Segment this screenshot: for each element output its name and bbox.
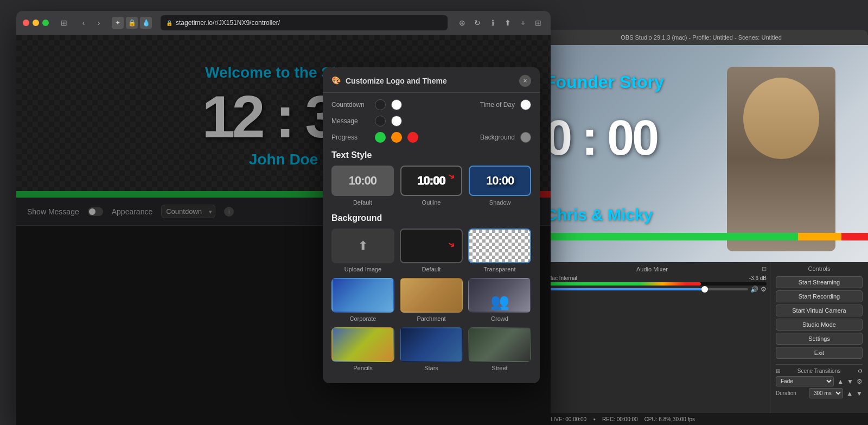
browser-ext-icon-3[interactable]: 💧 (140, 17, 152, 29)
color-dot-progress-orange[interactable] (391, 132, 402, 143)
color-dot-background[interactable] (520, 132, 531, 143)
obs-mixer-gear-icon[interactable]: ⚙ (761, 286, 767, 293)
browser-translate-icon[interactable]: ⊕ (456, 17, 468, 29)
obs-mixer-collapse-icon[interactable]: ⊟ (762, 265, 767, 272)
obs-duration-label: Duration (776, 390, 806, 396)
browser-ext-icon-2[interactable]: 🔒 (126, 17, 138, 29)
bg-label-crowd: Crowd (491, 315, 508, 322)
browser-content: Welcome to the Show 12 : 30 John Doe ▼ S… (16, 35, 551, 425)
obs-duration-up-icon[interactable]: ▲ (846, 390, 853, 397)
color-label-background: Background (477, 134, 515, 141)
bg-option-parchment[interactable]: Parchment (400, 278, 463, 322)
obs-duration-select[interactable]: 300 ms (809, 388, 843, 398)
obs-scene-type-select[interactable]: Fade (776, 376, 834, 386)
obs-mixer-slider-thumb[interactable] (701, 286, 708, 293)
bg-option-upload[interactable]: ⬆ Upload Image (331, 229, 394, 272)
bg-box-upload: ⬆ (331, 229, 394, 263)
bg-option-corporate[interactable]: Corporate (331, 278, 394, 322)
obs-mixer-row: Mac Internal -3.6 dB 🔊 ⚙ (538, 275, 767, 293)
bg-box-parchment (400, 278, 463, 313)
obs-scene-settings-icon[interactable]: ⚙ (857, 378, 863, 385)
bg-option-crowd[interactable]: Crowd (468, 278, 531, 322)
traffic-light-close[interactable] (23, 20, 29, 26)
style-box-default: 10:00 (331, 166, 394, 196)
browser-grid-icon[interactable]: ⊞ (532, 17, 544, 29)
obs-mixer-speaker-icon[interactable]: 🔊 (750, 286, 758, 293)
color-row-progress: Progress Background (331, 132, 531, 143)
bg-thumbnails-row-2: Pencils Stars Street (331, 327, 531, 371)
bg-option-stars[interactable]: Stars (400, 327, 463, 371)
obs-mixer-meter-fill (547, 282, 701, 286)
obs-exit-button[interactable]: Exit (776, 347, 863, 359)
color-dot-countdown-white[interactable] (391, 99, 402, 110)
browser-ext-icon-1[interactable]: ✦ (112, 17, 124, 29)
browser-reload-icon[interactable]: ↻ (471, 17, 483, 29)
obs-scene-up-icon[interactable]: ▲ (837, 378, 844, 385)
bg-box-corporate (331, 278, 394, 313)
browser-address-bar[interactable]: 🔒 stagetimer.io/r/JX151NX9/controller/ (161, 15, 448, 30)
color-row-message: Message (331, 116, 531, 126)
obs-preview-person (727, 67, 835, 251)
style-box-shadow: 10:00 (469, 166, 531, 196)
obs-scene-transitions-area: ⊞ Scene Transitions ⚙ Fade ▲ ▼ ⚙ Duratio… (776, 364, 863, 400)
background-section-title: Background (331, 213, 531, 223)
modal-title-text: Customize Logo and Theme (346, 77, 519, 85)
traffic-light-minimize[interactable] (33, 20, 39, 26)
bg-box-stars (400, 327, 463, 362)
color-label-progress: Progress (331, 134, 369, 141)
obs-controls-section: Controls Start Streaming Start Recording… (770, 262, 868, 413)
browser-sidebar-toggle[interactable]: ⊞ (58, 16, 71, 29)
obs-start-streaming-button[interactable]: Start Streaming (776, 276, 863, 288)
browser-reader-icon[interactable]: ℹ (487, 17, 499, 29)
obs-preview: Founder Story 0 : 00 Chris & Micky (534, 45, 868, 262)
obs-live-status: LIVE: 00:00:00 (551, 416, 586, 422)
bg-option-transparent[interactable]: Transparent (468, 229, 531, 272)
obs-start-recording-button[interactable]: Start Recording (776, 290, 863, 302)
browser-forward-button[interactable]: › (92, 16, 105, 29)
obs-mixer-slider[interactable] (547, 288, 748, 290)
bg-label-transparent: Transparent (484, 266, 516, 272)
bg-box-pencils (331, 327, 394, 362)
obs-duration-down-icon[interactable]: ▼ (856, 390, 863, 397)
obs-mixer-slider-fill (547, 288, 704, 290)
bg-label-parchment: Parchment (417, 315, 445, 322)
obs-statusbar: ⏺ LIVE: 00:00:00 ● REC: 00:00:00 CPU: 6.… (534, 413, 868, 425)
color-dot-progress-green[interactable] (375, 132, 386, 143)
bg-thumbnails-row-1: Corporate Parchment Crowd (331, 278, 531, 322)
obs-founder-title: Founder Story (545, 72, 664, 92)
obs-settings-button[interactable]: Settings (776, 333, 863, 345)
obs-bottom-panel: ⊞ Audio Mixer ⊟ Mac Internal -3.6 dB (534, 262, 868, 413)
color-dot-countdown-dark[interactable] (375, 99, 386, 110)
obs-window: OBS Studio 29.1.3 (mac) - Profile: Untit… (534, 30, 868, 425)
obs-start-virtual-camera-button[interactable]: Start Virtual Camera (776, 305, 863, 316)
obs-progress-yellow (798, 233, 842, 240)
obs-scene-gear-icon[interactable]: ⚙ (858, 368, 863, 374)
obs-scene-transitions-header: ⊞ Scene Transitions ⚙ (776, 368, 863, 374)
bg-option-default[interactable]: Default (400, 229, 463, 272)
style-outline-label: Outline (422, 199, 441, 206)
obs-scene-down-icon[interactable]: ▼ (847, 378, 853, 385)
browser-share-icon[interactable]: ⬆ (502, 17, 514, 29)
color-dot-message-dark[interactable] (375, 116, 386, 126)
obs-studio-mode-button[interactable]: Studio Mode (776, 319, 863, 331)
text-style-options: 10:00 Default 10:00 Outline (331, 166, 531, 206)
browser-new-tab-icon[interactable]: + (517, 17, 529, 29)
color-dot-time-of-day[interactable] (520, 99, 531, 110)
obs-scene-type-row: Fade ▲ ▼ ⚙ (776, 376, 863, 386)
browser-back-button[interactable]: ‹ (77, 16, 90, 29)
traffic-light-zoom[interactable] (42, 20, 49, 26)
color-dot-progress-red[interactable] (407, 132, 418, 143)
style-option-default[interactable]: 10:00 Default (331, 166, 394, 206)
style-option-shadow[interactable]: 10:00 Shadow (469, 166, 531, 206)
bg-option-pencils[interactable]: Pencils (331, 327, 394, 371)
browser-right-icons: ⊕ ↻ ℹ ⬆ + ⊞ (456, 17, 544, 29)
obs-controls-title: Controls (776, 265, 863, 272)
traffic-lights (23, 20, 49, 26)
style-shadow-text: 10:00 (486, 174, 514, 188)
modal-close-button[interactable]: × (519, 75, 531, 87)
color-dot-message-white[interactable] (391, 116, 402, 126)
obs-scene-expand-icon[interactable]: ⊞ (776, 368, 780, 374)
browser-url-text: stagetimer.io/r/JX151NX9/controller/ (176, 19, 280, 27)
bg-option-street[interactable]: Street (468, 327, 531, 371)
modal-body: Countdown Time of Day Message Progress (323, 93, 540, 383)
